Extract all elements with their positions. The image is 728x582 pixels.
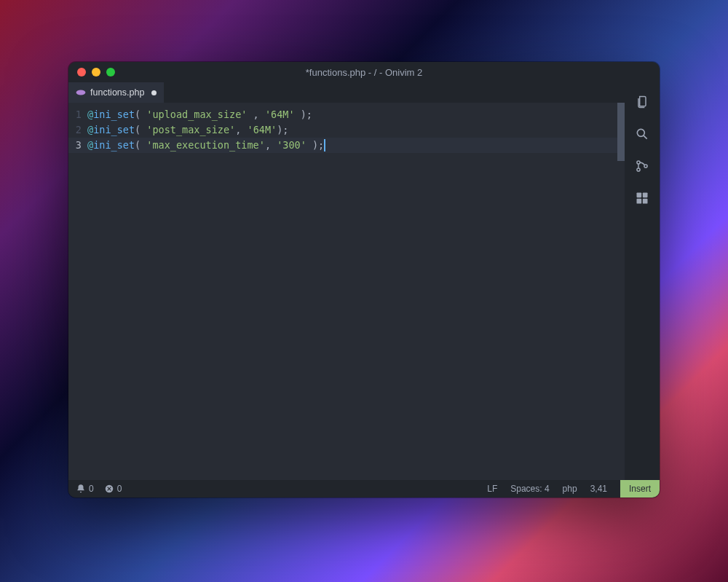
code-line-current[interactable]: 3 @ini_set( 'max_execution_time', '300' … — [68, 138, 625, 153]
svg-point-4 — [637, 168, 640, 171]
indent-indicator[interactable]: Spaces: 4 — [510, 484, 549, 494]
minimize-window-button[interactable] — [92, 68, 100, 76]
code-line[interactable]: 1 @ini_set( 'upload_max_size' , '64M' ); — [68, 107, 625, 122]
tabbar[interactable]: functions.php — [68, 82, 625, 103]
line-number: 3 — [68, 138, 87, 153]
search-icon[interactable] — [634, 126, 650, 142]
mode-indicator[interactable]: Insert — [620, 480, 660, 498]
activity-bar — [625, 82, 660, 480]
svg-point-5 — [644, 165, 647, 168]
svg-point-0 — [76, 90, 86, 95]
svg-rect-9 — [643, 199, 648, 204]
language-indicator[interactable]: php — [563, 484, 577, 494]
text-cursor — [324, 139, 325, 152]
maximize-window-button[interactable] — [106, 68, 115, 76]
php-file-icon — [76, 87, 86, 98]
svg-point-1 — [637, 129, 644, 136]
code-editor[interactable]: 1 @ini_set( 'upload_max_size' , '64M' );… — [68, 103, 625, 480]
tab-label: functions.php — [90, 87, 144, 98]
scrollbar-thumb[interactable] — [617, 103, 625, 161]
svg-line-2 — [644, 135, 647, 139]
eol-indicator[interactable]: LF — [487, 484, 497, 494]
extensions-icon[interactable] — [634, 190, 650, 206]
files-icon[interactable] — [634, 94, 650, 110]
modified-indicator-icon — [151, 90, 157, 95]
tab-functions-php[interactable]: functions.php — [68, 82, 164, 103]
editor-wrap: 1 @ini_set( 'upload_max_size' , '64M' );… — [68, 103, 625, 480]
problems-button[interactable]: 0 — [104, 484, 122, 494]
svg-rect-6 — [637, 193, 642, 198]
svg-rect-8 — [637, 199, 642, 204]
line-number: 2 — [68, 122, 87, 138]
statusbar-left: 0 0 — [68, 484, 122, 494]
svg-point-3 — [637, 161, 640, 164]
body-area: functions.php 1 @ini_set( 'upload_max_si… — [68, 82, 660, 480]
code-line[interactable]: 2 @ini_set( 'post_max_size', '64M'); — [68, 122, 625, 138]
statusbar: 0 0 LF Spaces: 4 php 3,41 Insert — [68, 480, 660, 498]
notification-count: 0 — [89, 484, 94, 494]
traffic-lights — [77, 68, 115, 76]
error-count: 0 — [117, 484, 122, 494]
line-number: 1 — [68, 107, 87, 122]
cursor-position[interactable]: 3,41 — [590, 484, 607, 494]
close-window-button[interactable] — [77, 68, 86, 76]
statusbar-right: LF Spaces: 4 php 3,41 Insert — [487, 480, 660, 498]
window-title: *functions.php - / - Onivim 2 — [68, 67, 660, 78]
error-icon — [104, 484, 114, 494]
svg-rect-7 — [643, 193, 648, 198]
editor-window: *functions.php - / - Onivim 2 functions.… — [68, 62, 660, 498]
source-control-icon[interactable] — [634, 158, 650, 174]
titlebar[interactable]: *functions.php - / - Onivim 2 — [68, 62, 660, 82]
notifications-button[interactable]: 0 — [76, 484, 94, 494]
editor-column: functions.php 1 @ini_set( 'upload_max_si… — [68, 82, 625, 480]
bell-icon — [76, 484, 86, 494]
